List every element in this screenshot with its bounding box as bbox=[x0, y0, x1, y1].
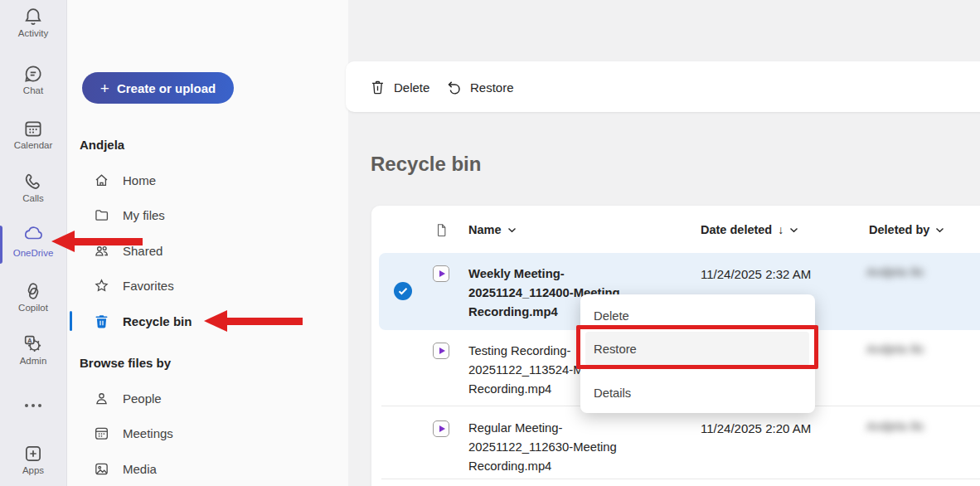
cloud-icon bbox=[22, 226, 44, 247]
sidebar-item-my-files[interactable]: My files bbox=[80, 197, 328, 232]
page-title: Recycle bin bbox=[371, 153, 481, 176]
rail-item-label: Calls bbox=[0, 193, 66, 203]
chevron-down-icon bbox=[935, 227, 944, 233]
svg-text:A: A bbox=[27, 338, 32, 344]
column-header-file-type[interactable] bbox=[434, 221, 449, 238]
rail-item-label: Chat bbox=[0, 85, 66, 95]
check-icon bbox=[398, 287, 408, 295]
row-deleted-by-redacted: Andjela Ilic bbox=[866, 420, 958, 433]
file-name-line: Weekly Meeting- bbox=[468, 265, 638, 284]
column-header-name[interactable]: Name bbox=[468, 221, 517, 238]
sidebar-user-section-header: Andjela bbox=[80, 138, 124, 154]
rail-item-calendar[interactable]: Calendar bbox=[0, 118, 66, 150]
chevron-down-icon bbox=[507, 227, 517, 233]
image-icon bbox=[93, 460, 110, 478]
row-file-name[interactable]: Regular Meeting- 20251122_112630-Meeting… bbox=[468, 419, 638, 476]
rail-item-label: Copilot bbox=[0, 303, 66, 313]
annotation-arrow-onedrive-tail bbox=[73, 238, 143, 245]
context-menu-item-details[interactable]: Details bbox=[585, 377, 809, 409]
phone-icon bbox=[22, 171, 44, 192]
sidebar-item-label: Favorites bbox=[123, 279, 174, 293]
app-window: Activity Chat Calendar Calls OneDrive Co… bbox=[0, 0, 980, 486]
copilot-icon bbox=[22, 280, 44, 302]
more-dots-icon bbox=[22, 398, 44, 410]
video-play-icon bbox=[433, 420, 449, 437]
sidebar-item-label: Home bbox=[123, 173, 156, 187]
home-icon bbox=[93, 172, 110, 189]
file-name-line: Recording.mp4 bbox=[468, 457, 638, 476]
sidebar-item-label: Shared bbox=[123, 244, 163, 258]
document-icon bbox=[434, 221, 449, 239]
toolbar-restore-button[interactable]: Restore bbox=[445, 76, 514, 98]
video-play-icon bbox=[433, 265, 449, 282]
annotation-arrow-onedrive-head bbox=[51, 231, 75, 252]
file-name-line: Regular Meeting- bbox=[468, 419, 638, 438]
sidebar-item-home[interactable]: Home bbox=[80, 163, 328, 197]
file-name-line: 20251122_112630-Meeting bbox=[468, 438, 638, 457]
row-selected-checkbox[interactable] bbox=[394, 282, 412, 300]
sidebar-item-label: People bbox=[123, 391, 162, 406]
person-icon bbox=[93, 390, 110, 407]
trash-filled-icon bbox=[93, 313, 110, 330]
calendar-icon bbox=[22, 118, 44, 139]
sort-descending-arrow-icon: ↓ bbox=[778, 223, 784, 236]
sidebar-selected-indicator bbox=[70, 311, 72, 331]
column-header-label: Date deleted bbox=[701, 223, 772, 236]
rail-item-apps[interactable]: Apps bbox=[0, 443, 66, 475]
apps-plus-icon bbox=[22, 443, 44, 464]
star-icon bbox=[93, 277, 110, 294]
bell-icon bbox=[22, 6, 44, 27]
chat-bubble-icon bbox=[22, 63, 44, 85]
toolbar-restore-label: Restore bbox=[470, 80, 514, 95]
column-header-deleted-by[interactable]: Deleted by bbox=[869, 221, 944, 238]
admin-gear-icon: A bbox=[22, 333, 44, 355]
column-header-label: Deleted by bbox=[869, 223, 929, 236]
annotation-arrow-recycle-bin-tail bbox=[226, 318, 303, 325]
create-or-upload-label: Create or upload bbox=[117, 81, 216, 95]
undo-arrow-icon bbox=[445, 79, 463, 96]
row-date-deleted: 11/24/2025 2:32 AM bbox=[701, 267, 842, 281]
column-header-date-deleted[interactable]: Date deleted ↓ bbox=[701, 221, 798, 238]
sidebar-item-favorites[interactable]: Favorites bbox=[80, 268, 328, 303]
sidebar-item-label: My files bbox=[123, 208, 165, 222]
annotation-arrow-recycle-bin-head bbox=[204, 310, 227, 332]
sidebar-item-people[interactable]: People bbox=[80, 381, 328, 416]
sidebar-item-meetings[interactable]: Meetings bbox=[80, 416, 328, 450]
row-date-deleted: 11/24/2025 2:20 AM bbox=[701, 421, 842, 435]
rail-item-admin[interactable]: A Admin bbox=[0, 333, 66, 366]
sidebar-browse-section-header: Browse files by bbox=[80, 356, 171, 372]
create-or-upload-button[interactable]: + Create or upload bbox=[82, 72, 234, 104]
rail-item-label: Calendar bbox=[0, 140, 66, 150]
calendar-icon bbox=[93, 425, 110, 442]
row-divider bbox=[381, 479, 980, 479]
rail-item-label: Admin bbox=[0, 356, 66, 366]
toolbar-delete-label: Delete bbox=[394, 80, 429, 95]
rail-item-calls[interactable]: Calls bbox=[0, 171, 66, 203]
row-deleted-by-redacted: Andjela Ilic bbox=[866, 265, 958, 279]
rail-item-chat[interactable]: Chat bbox=[0, 63, 66, 95]
rail-item-more[interactable] bbox=[0, 398, 66, 410]
rail-item-activity[interactable]: Activity bbox=[0, 6, 66, 38]
sidebar-item-label: Recycle bin bbox=[123, 314, 192, 328]
annotation-highlight-box-restore bbox=[576, 325, 818, 369]
video-play-icon bbox=[433, 343, 449, 359]
chevron-down-icon bbox=[789, 227, 798, 233]
toolbar-delete-button[interactable]: Delete bbox=[369, 76, 429, 98]
sidebar-item-label: Media bbox=[123, 462, 157, 476]
rail-item-label: Apps bbox=[0, 465, 66, 475]
selection-toolbar bbox=[346, 61, 980, 112]
rail-item-copilot[interactable]: Copilot bbox=[0, 280, 66, 313]
rail-item-label: Activity bbox=[0, 28, 66, 38]
sidebar-item-media[interactable]: Media bbox=[80, 451, 328, 486]
column-header-label: Name bbox=[468, 223, 502, 236]
plus-icon: + bbox=[100, 80, 109, 96]
row-deleted-by-redacted: Andjela Ilic bbox=[866, 343, 958, 356]
trash-outline-icon bbox=[369, 79, 386, 96]
sidebar-item-label: Meetings bbox=[123, 426, 173, 440]
folder-icon bbox=[93, 207, 110, 224]
